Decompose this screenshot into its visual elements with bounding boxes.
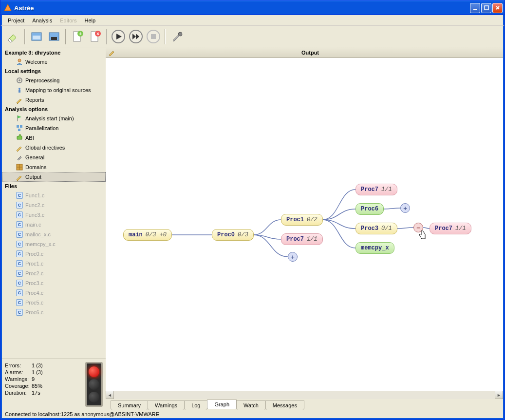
horizontal-scrollbar[interactable]: ◄ ► xyxy=(106,391,503,399)
clear-button[interactable] xyxy=(5,28,21,45)
tree-panel[interactable]: Example 3: dhrystoneWelcomeLocal setting… xyxy=(2,47,106,359)
menu-analysis[interactable]: Analysis xyxy=(28,17,56,24)
graph-node-proc3[interactable]: Proc30/1 xyxy=(355,223,397,234)
save-button[interactable] xyxy=(46,28,62,45)
tree-item-main-c[interactable]: Cmain.c xyxy=(2,220,106,229)
tree-item-proc4-c[interactable]: CProc4.c xyxy=(2,288,106,298)
play-button[interactable] xyxy=(110,28,127,45)
tree-item-general[interactable]: General xyxy=(2,153,106,162)
gear-icon xyxy=(16,76,23,84)
tree-item-parallelization[interactable]: Parallelization xyxy=(2,123,106,133)
expand-button[interactable]: + xyxy=(400,203,410,213)
cursor-icon xyxy=(418,230,426,238)
tab-watch[interactable]: Watch xyxy=(236,401,266,410)
app-icon xyxy=(4,4,12,12)
tree-item-domains[interactable]: Domains xyxy=(2,162,106,172)
graph-node-proc7c[interactable]: Proc71/1 xyxy=(430,223,471,234)
node-name: Proc1 xyxy=(286,216,304,223)
tree-item-proc2-c[interactable]: CProc2.c xyxy=(2,268,106,278)
tree-item-abi[interactable]: ABI xyxy=(2,133,106,143)
stop-button[interactable] xyxy=(145,28,162,45)
graph-node-proc1[interactable]: Proc10/2 xyxy=(281,214,323,226)
graph-canvas[interactable]: main0/3 +0Proc00/3Proc10/2Proc71/1Proc71… xyxy=(106,58,503,391)
tab-graph[interactable]: Graph xyxy=(207,400,237,409)
c-file-icon: C xyxy=(16,260,23,267)
tree-item-func2-c[interactable]: CFunc2.c xyxy=(2,200,106,210)
pencil-icon xyxy=(16,96,23,104)
stats-label: Coverage: xyxy=(5,383,32,389)
node-stats: 1/1 xyxy=(455,225,466,232)
expand-button[interactable]: + xyxy=(288,252,298,262)
open-button[interactable] xyxy=(28,28,45,45)
status-text: Connected to localhost:1225 as anonymous… xyxy=(5,411,159,417)
node-stats: 0/2 xyxy=(307,216,318,223)
tree-item-proc0-c[interactable]: CProc0.c xyxy=(2,249,106,259)
svg-rect-29 xyxy=(17,125,19,128)
graph-node-proc7a[interactable]: Proc71/1 xyxy=(281,233,323,245)
tree-section-header[interactable]: Analysis options xyxy=(2,105,106,114)
node-name: Proc7 xyxy=(435,225,452,232)
grid-icon xyxy=(16,163,23,171)
tree-item-malloc-x-c[interactable]: Cmalloc_x.c xyxy=(2,229,106,239)
titlebar: Astrée xyxy=(0,0,505,15)
traffic-light xyxy=(85,362,103,407)
tree-item-welcome[interactable]: Welcome xyxy=(2,57,106,67)
tree-item-func3-c[interactable]: CFunc3.c xyxy=(2,210,106,220)
tree-item-proc6-c[interactable]: CProc6.c xyxy=(2,307,106,317)
tree-section-header[interactable]: Example 3: dhrystone xyxy=(2,48,106,57)
svg-rect-31 xyxy=(18,129,20,131)
c-file-icon: C xyxy=(16,279,23,287)
tree-item-func1-c[interactable]: CFunc1.c xyxy=(2,191,106,200)
scroll-track[interactable] xyxy=(114,391,495,399)
tree-item-analysis-start-main-[interactable]: Analysis start (main) xyxy=(2,114,106,123)
new-file-button[interactable]: + xyxy=(69,28,86,45)
tree-item-label: Proc5.c xyxy=(25,300,43,305)
tree-item-global-directives[interactable]: Global directives xyxy=(2,143,106,153)
sidebar: Example 3: dhrystoneWelcomeLocal setting… xyxy=(2,47,106,410)
tree-item-memcpy-x-c[interactable]: Cmemcpy_x.c xyxy=(2,239,106,249)
c-file-icon: C xyxy=(16,308,23,316)
fast-forward-button[interactable] xyxy=(128,28,144,45)
graph-node-proc0[interactable]: Proc00/3 xyxy=(212,229,254,241)
tree-item-proc3-c[interactable]: CProc3.c xyxy=(2,278,106,288)
tree-item-label: Func1.c xyxy=(25,192,44,198)
node-name: main xyxy=(129,231,143,238)
scroll-left-button[interactable]: ◄ xyxy=(106,391,114,399)
menu-help[interactable]: Help xyxy=(80,17,99,24)
settings-button[interactable] xyxy=(168,28,185,45)
c-file-icon: C xyxy=(16,269,23,277)
tree-section-header[interactable]: Local settings xyxy=(2,67,106,76)
graph-node-proc7b[interactable]: Proc71/1 xyxy=(355,184,397,195)
tree-item-preprocessing[interactable]: Preprocessing xyxy=(2,76,106,85)
menu-project[interactable]: Project xyxy=(4,17,28,24)
stats-value: 1 (3) xyxy=(32,369,43,375)
tree-item-label: Preprocessing xyxy=(25,77,59,83)
graph-node-main[interactable]: main0/3 +0 xyxy=(123,229,172,241)
delete-file-button[interactable]: × xyxy=(87,28,103,45)
graph-node-memcpy[interactable]: memcpy_x xyxy=(355,242,394,254)
tree-item-proc1-c[interactable]: CProc1.c xyxy=(2,259,106,268)
tree-item-proc5-c[interactable]: CProc5.c xyxy=(2,298,106,307)
minimize-button[interactable] xyxy=(470,3,480,13)
tab-log[interactable]: Log xyxy=(184,401,207,410)
tab-summary[interactable]: Summary xyxy=(111,401,148,410)
stats-row: Alarms:1 (3) xyxy=(5,369,81,376)
svg-point-26 xyxy=(19,88,20,90)
tree-item-mapping-to-original-sources[interactable]: Mapping to original sources xyxy=(2,85,106,95)
tab-warnings[interactable]: Warnings xyxy=(148,401,185,410)
panel-title: Output xyxy=(117,50,503,56)
close-button[interactable] xyxy=(492,3,503,13)
stats-label: Warnings: xyxy=(5,376,32,382)
stats-value: 17s xyxy=(32,390,40,396)
pencil-icon xyxy=(106,49,117,56)
node-stats: 0/1 xyxy=(381,225,392,232)
stats-row: Errors:1 (3) xyxy=(5,362,81,369)
graph-node-proc6[interactable]: Proc6 xyxy=(355,203,384,215)
tree-item-label: Proc1.c xyxy=(25,261,43,267)
tab-messages[interactable]: Messages xyxy=(265,401,304,410)
tree-section-header[interactable]: Files xyxy=(2,182,106,191)
scroll-right-button[interactable]: ► xyxy=(495,391,503,399)
maximize-button[interactable] xyxy=(481,3,491,13)
tree-item-output[interactable]: Output xyxy=(2,172,106,182)
tree-item-reports[interactable]: Reports xyxy=(2,95,106,105)
